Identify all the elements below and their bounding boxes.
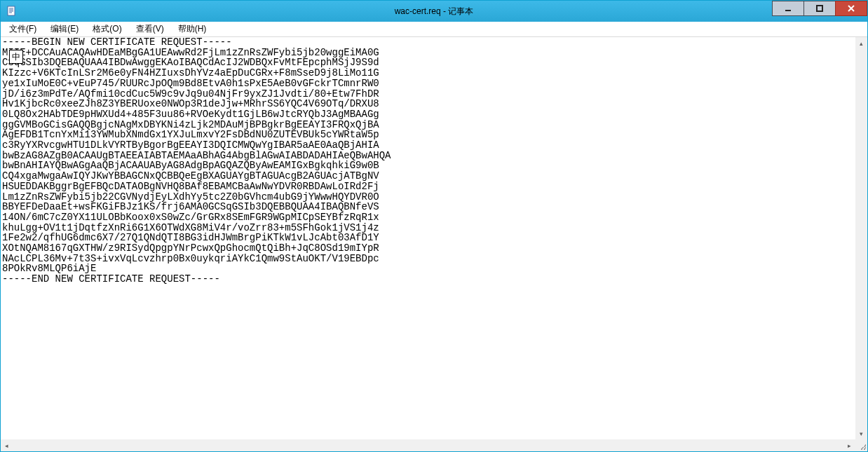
menu-file[interactable]: 文件(F) <box>6 22 39 36</box>
minimize-button[interactable] <box>772 1 804 16</box>
app-icon <box>5 4 19 18</box>
editor[interactable]: -----BEGIN NEW CERTIFICATE REQUEST----- … <box>1 37 867 451</box>
horizontal-scrollbar[interactable]: ◂ ▸ <box>1 439 855 451</box>
scroll-down-icon[interactable]: ▾ <box>855 427 867 439</box>
vertical-scrollbar[interactable]: ▴ ▾ <box>855 37 867 439</box>
client-area: -----BEGIN NEW CERTIFICATE REQUEST----- … <box>1 37 867 451</box>
scroll-up-icon[interactable]: ▴ <box>855 37 867 49</box>
ime-indicator: 中 <box>9 50 23 64</box>
maximize-button[interactable] <box>803 1 836 16</box>
close-button[interactable] <box>835 1 867 16</box>
menu-view[interactable]: 查看(V) <box>133 22 167 36</box>
window-controls <box>772 1 867 22</box>
menu-format[interactable]: 格式(O) <box>90 22 124 36</box>
titlebar[interactable]: wac-cert.req - 记事本 <box>1 1 867 22</box>
scroll-right-icon[interactable]: ▸ <box>843 439 855 451</box>
menu-edit[interactable]: 编辑(E) <box>48 22 81 36</box>
scroll-left-icon[interactable]: ◂ <box>1 439 13 451</box>
menu-help[interactable]: 帮助(H) <box>175 22 210 36</box>
resize-grip[interactable] <box>855 439 867 451</box>
menubar: 文件(F) 编辑(E) 格式(O) 查看(V) 帮助(H) <box>1 22 867 37</box>
window: wac-cert.req - 记事本 文件(F) 编辑(E) 格式(O) 查看(… <box>0 0 868 452</box>
text-content[interactable]: -----BEGIN NEW CERTIFICATE REQUEST----- … <box>1 37 867 451</box>
svg-rect-6 <box>817 6 822 11</box>
window-title: wac-cert.req - 记事本 <box>1 6 867 18</box>
